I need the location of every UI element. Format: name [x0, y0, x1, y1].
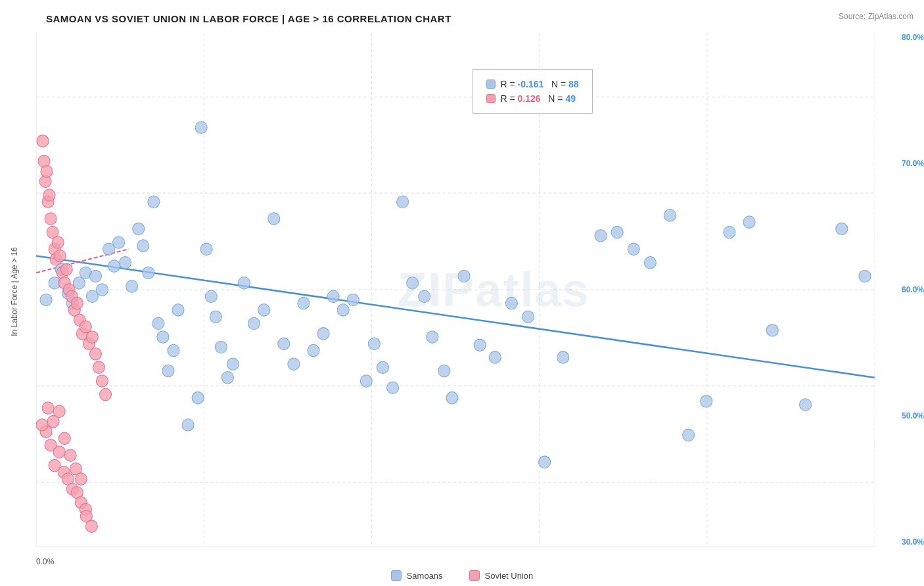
svg-point-116	[99, 388, 111, 401]
svg-point-103	[60, 263, 72, 276]
legend-box: R = -0.161 N = 88 R = 0.126 N = 49	[473, 69, 593, 114]
svg-point-48	[248, 317, 260, 330]
svg-point-136	[85, 520, 97, 533]
bottom-legend-soviet-dot	[469, 570, 480, 581]
legend-soviet-r: R = 0.126 N = 49	[501, 93, 576, 104]
x-label-0: 0.0%	[36, 557, 54, 566]
svg-point-68	[446, 392, 458, 404]
svg-point-29	[133, 223, 145, 235]
svg-point-43	[210, 311, 221, 323]
svg-point-81	[683, 429, 695, 441]
svg-point-44	[215, 341, 227, 353]
svg-point-26	[113, 237, 125, 249]
svg-point-22	[89, 270, 101, 282]
svg-point-33	[152, 317, 164, 330]
svg-point-34	[157, 331, 169, 344]
svg-point-73	[522, 311, 534, 323]
svg-point-82	[701, 395, 712, 408]
svg-point-87	[836, 223, 848, 235]
svg-point-27	[120, 257, 131, 269]
svg-point-69	[458, 270, 470, 282]
svg-point-46	[227, 358, 239, 371]
svg-point-94	[43, 189, 55, 202]
svg-point-85	[766, 324, 778, 336]
svg-point-31	[143, 267, 154, 279]
svg-point-62	[387, 382, 399, 394]
svg-point-63	[397, 196, 409, 208]
svg-point-80	[664, 210, 676, 222]
legend-samoan-dot	[486, 79, 496, 89]
svg-point-14	[40, 294, 52, 306]
svg-point-130	[53, 405, 65, 418]
svg-point-120	[53, 446, 65, 459]
svg-point-39	[192, 392, 204, 404]
svg-point-92	[41, 166, 53, 178]
svg-point-23	[96, 284, 108, 296]
svg-point-65	[419, 290, 430, 303]
svg-point-127	[36, 419, 48, 432]
svg-point-70	[474, 339, 486, 351]
svg-point-71	[489, 351, 501, 364]
svg-point-35	[162, 365, 174, 377]
svg-point-114	[93, 361, 104, 374]
svg-point-41	[200, 243, 212, 256]
svg-point-30	[137, 240, 149, 252]
y-label-80: 80.0%	[902, 33, 924, 42]
svg-point-75	[557, 351, 569, 364]
svg-point-76	[595, 229, 607, 242]
svg-point-53	[298, 297, 310, 309]
chart-plot-area: ZIPatlas	[36, 33, 875, 547]
svg-point-132	[64, 449, 76, 462]
chart-title: SAMOAN VS SOVIET UNION IN LABOR FORCE | …	[7, 13, 917, 24]
source-label: Source: ZipAtlas.com	[839, 12, 913, 21]
svg-point-134	[75, 473, 87, 485]
legend-samoan: R = -0.161 N = 88	[486, 79, 579, 89]
bottom-legend-samoans-dot	[391, 570, 402, 581]
svg-point-37	[172, 304, 184, 317]
svg-point-100	[54, 250, 66, 262]
svg-point-52	[288, 358, 300, 371]
svg-point-50	[268, 213, 280, 225]
bottom-legend-samoans-label: Samoans	[407, 571, 443, 581]
legend-samoan-r: R = -0.161 N = 88	[501, 79, 579, 89]
svg-point-64	[407, 277, 419, 289]
legend-soviet: R = 0.126 N = 49	[486, 93, 579, 104]
svg-point-60	[368, 338, 380, 350]
svg-point-72	[505, 297, 517, 309]
y-label-50: 50.0%	[902, 411, 924, 420]
y-label-70: 70.0%	[902, 159, 924, 168]
svg-point-42	[205, 290, 217, 303]
legend-soviet-dot	[486, 94, 496, 103]
svg-point-38	[182, 419, 194, 432]
svg-point-58	[347, 294, 359, 306]
svg-point-61	[377, 361, 388, 374]
svg-point-86	[799, 399, 811, 411]
svg-point-89	[37, 135, 49, 147]
svg-point-51	[278, 338, 290, 350]
svg-point-40	[195, 122, 207, 134]
svg-point-28	[126, 281, 138, 293]
svg-point-78	[628, 243, 639, 256]
y-axis-label: In Labor Force | Age > 16	[10, 247, 19, 336]
svg-point-45	[221, 372, 233, 384]
y-right-labels: 80.0% 70.0% 60.0% 50.0% 30.0%	[902, 33, 924, 547]
svg-point-56	[327, 290, 339, 303]
svg-point-54	[308, 344, 319, 357]
svg-point-83	[724, 226, 735, 238]
svg-point-49	[258, 304, 270, 317]
bottom-legend-soviet-label: Soviet Union	[485, 571, 534, 581]
svg-point-88	[859, 270, 871, 282]
y-label-30: 30.0%	[902, 537, 924, 547]
svg-point-113	[89, 348, 101, 360]
svg-point-32	[148, 196, 160, 208]
chart-svg	[36, 33, 875, 547]
bottom-legend: Samoans Soviet Union	[0, 570, 924, 581]
svg-point-59	[360, 375, 372, 388]
svg-point-67	[438, 365, 450, 377]
svg-line-12	[36, 256, 875, 378]
bottom-legend-samoans: Samoans	[391, 570, 443, 581]
svg-point-115	[96, 375, 108, 388]
svg-point-79	[644, 257, 656, 269]
y-label-60: 60.0%	[902, 285, 924, 294]
svg-point-131	[58, 432, 70, 445]
